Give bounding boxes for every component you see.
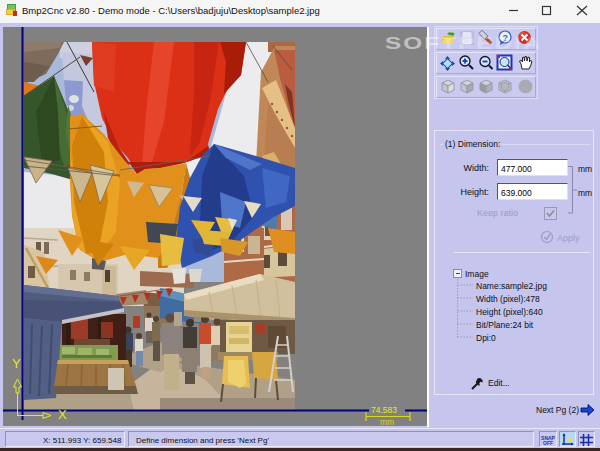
- svg-text:mm: mm: [380, 417, 394, 426]
- svg-text:74.583: 74.583: [371, 405, 397, 415]
- svg-text:Y: Y: [12, 356, 21, 371]
- svg-text:X: X: [58, 407, 67, 422]
- svg-text:?: ?: [503, 33, 509, 43]
